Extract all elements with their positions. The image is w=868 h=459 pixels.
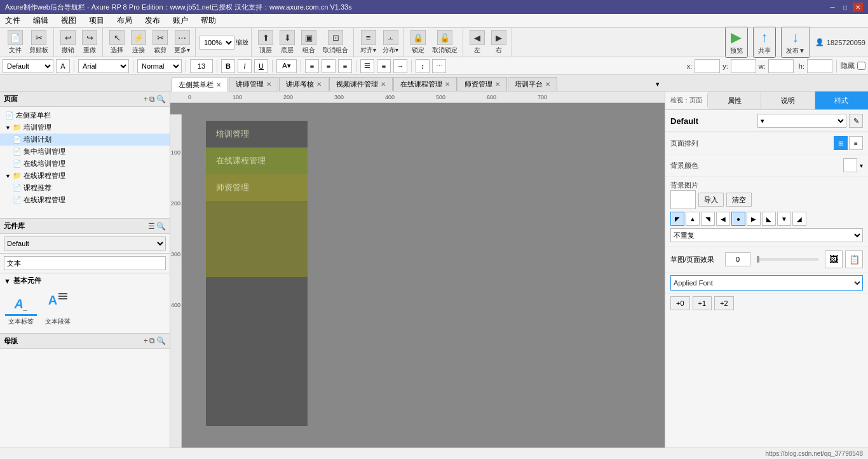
minimize-button[interactable]: ─ (827, 3, 837, 11)
tab-close-icon-5[interactable]: ✕ (445, 81, 450, 88)
tab-teacher[interactable]: 师资管理 ✕ (458, 77, 507, 91)
redo-button[interactable]: ↪ 重做 (79, 29, 100, 56)
color-dropdown-arrow[interactable]: ▾ (860, 162, 863, 169)
list-layout-button[interactable]: ≡ (849, 136, 863, 150)
font-size-1-button[interactable]: +1 (693, 296, 712, 310)
zoom-select[interactable]: 100% 75% 50% 150% (200, 36, 234, 50)
hide-checkbox[interactable] (857, 62, 865, 70)
font-size-input[interactable] (190, 59, 213, 73)
maximize-button[interactable]: □ (840, 3, 850, 11)
tab-close-icon-2[interactable]: ✕ (266, 81, 271, 88)
edit-style-button[interactable]: ✎ (849, 114, 863, 128)
more-button[interactable]: ⋯ 更多▾ (172, 29, 193, 56)
effect-value-input[interactable] (725, 252, 750, 266)
tab-more-button[interactable]: ▾ (651, 78, 665, 91)
page-item-central[interactable]: 📄 集中培训管理 (0, 146, 170, 158)
left-button[interactable]: ◀ 左 (467, 29, 487, 56)
pages-duplicate-button[interactable]: ⧉ (149, 95, 155, 104)
menu-help[interactable]: 帮助 (198, 14, 219, 27)
menu-edit[interactable]: 编辑 (31, 14, 51, 27)
align-right-button[interactable]: ≡ (338, 59, 352, 73)
distribute-button[interactable]: ⫠ 分布▾ (380, 29, 401, 56)
text-paragraph-component[interactable]: A 文本段落 (42, 291, 74, 326)
clipboard-button[interactable]: ✂ 剪贴板 (27, 29, 51, 56)
img-pos-tr[interactable]: ◥ (701, 212, 715, 226)
img-pos-bl[interactable]: ◣ (762, 212, 776, 226)
tab-video[interactable]: 视频课件管理 ✕ (329, 77, 393, 91)
img-pos-tl[interactable]: ◤ (670, 212, 684, 226)
img-pos-tc[interactable]: ▲ (686, 212, 700, 226)
style-select[interactable]: Default (3, 59, 53, 73)
group-button[interactable]: ▣ 组合 (299, 29, 319, 56)
style-apply-button[interactable]: A (56, 59, 70, 73)
effect-icon-2[interactable]: 📋 (845, 250, 863, 268)
img-pos-bc[interactable]: ▼ (777, 212, 791, 226)
h-input[interactable] (807, 59, 832, 73)
master-add-button[interactable]: + (144, 336, 148, 345)
menu-project[interactable]: 项目 (86, 14, 107, 27)
components-menu-button[interactable]: ☰ (148, 222, 155, 231)
unlock-button[interactable]: 🔓 取消锁定 (430, 29, 460, 56)
components-search-button[interactable]: 🔍 (156, 222, 166, 231)
tab-close-icon-3[interactable]: ✕ (316, 81, 322, 88)
undo-button[interactable]: ↩ 撤销 (58, 29, 78, 56)
nav-item-online-course[interactable]: 在线课程管理 (206, 147, 308, 174)
page-item-plan[interactable]: 📄 培训计划 (0, 134, 170, 146)
page-item-recommend[interactable]: 📄 课程推荐 (0, 182, 170, 194)
image-repeat-select[interactable]: 不重复 重复 水平重复 垂直重复 (670, 228, 863, 242)
grid-layout-button[interactable]: ⊞ (834, 136, 848, 150)
page-item-online-training[interactable]: 📄 在线培训管理 (0, 158, 170, 170)
page-item-root[interactable]: 📄 左侧菜单栏 (0, 109, 170, 121)
bottom-layer-button[interactable]: ⬇ 底层 (277, 29, 297, 56)
img-pos-mr[interactable]: ▶ (747, 212, 761, 226)
tab-assessment[interactable]: 讲师考核 ✕ (279, 77, 329, 91)
publish-button[interactable]: ↓ 发布▼ (781, 27, 810, 58)
font-size-2-button[interactable]: +2 (714, 296, 734, 310)
indent-button[interactable]: → (393, 59, 407, 73)
master-duplicate-button[interactable]: ⧉ (149, 336, 155, 345)
tab-training[interactable]: 培训平台 ✕ (508, 77, 557, 91)
y-input[interactable] (731, 59, 756, 73)
effect-icon-1[interactable]: 🖼 (825, 250, 843, 268)
page-item-online-course[interactable]: ▼ 📁 在线课程管理 (0, 170, 170, 182)
effect-slider[interactable] (757, 258, 818, 261)
share-button[interactable]: ↑ 共享 (753, 27, 776, 58)
align-left-button[interactable]: ≡ (305, 59, 319, 73)
bullet-button[interactable]: ☰ (360, 59, 374, 73)
x-input[interactable] (695, 59, 720, 73)
underline-button[interactable]: U (254, 59, 268, 73)
connect-button[interactable]: ⚡ 连接 (128, 29, 149, 56)
font-color-button[interactable]: A▾ (276, 59, 297, 73)
tab-close-icon-4[interactable]: ✕ (381, 81, 386, 88)
more-format-button[interactable]: ⋯ (432, 59, 446, 73)
font-select[interactable]: Arial (78, 59, 129, 73)
img-pos-br[interactable]: ◢ (792, 212, 806, 226)
menu-layout[interactable]: 布局 (114, 14, 135, 27)
tab-close-icon-6[interactable]: ✕ (495, 81, 500, 88)
img-pos-mc[interactable]: ● (731, 212, 745, 226)
canvas-content[interactable]: 培训管理 在线课程管理 师资管理 ◀ ▶ (193, 114, 665, 448)
applied-font-select[interactable]: Applied Font (670, 275, 863, 291)
align-center-button[interactable]: ≡ (322, 59, 336, 73)
text-label-component[interactable]: A_ 文本标签 (5, 291, 37, 326)
color-picker-box[interactable] (843, 158, 857, 172)
tab-left-menu[interactable]: 左侧菜单栏 ✕ (172, 78, 228, 92)
font-size-0-button[interactable]: +0 (670, 296, 690, 310)
number-button[interactable]: ≡ (377, 59, 391, 73)
master-search-button[interactable]: 🔍 (156, 336, 166, 345)
italic-button[interactable]: I (238, 59, 252, 73)
preview-button[interactable]: ▶ 预览 (725, 27, 748, 58)
components-search-input[interactable] (4, 256, 166, 270)
close-button[interactable]: ✕ (853, 3, 863, 11)
page-item-training[interactable]: ▼ 📁 培训管理 (0, 121, 170, 134)
bold-button[interactable]: B (221, 59, 235, 73)
right-tab-style[interactable]: 样式 (815, 92, 868, 109)
img-pos-ml[interactable]: ◀ (716, 212, 730, 226)
import-image-button[interactable]: 导入 (698, 193, 724, 207)
menu-publish[interactable]: 发布 (142, 14, 163, 27)
tab-close-icon-7[interactable]: ✕ (545, 81, 550, 88)
lock-button[interactable]: 🔒 锁定 (408, 29, 428, 56)
nav-item-teacher[interactable]: 师资管理 (206, 174, 308, 201)
align-button[interactable]: ≡ 对齐▾ (358, 29, 379, 56)
pages-search-button[interactable]: 🔍 (156, 95, 166, 104)
